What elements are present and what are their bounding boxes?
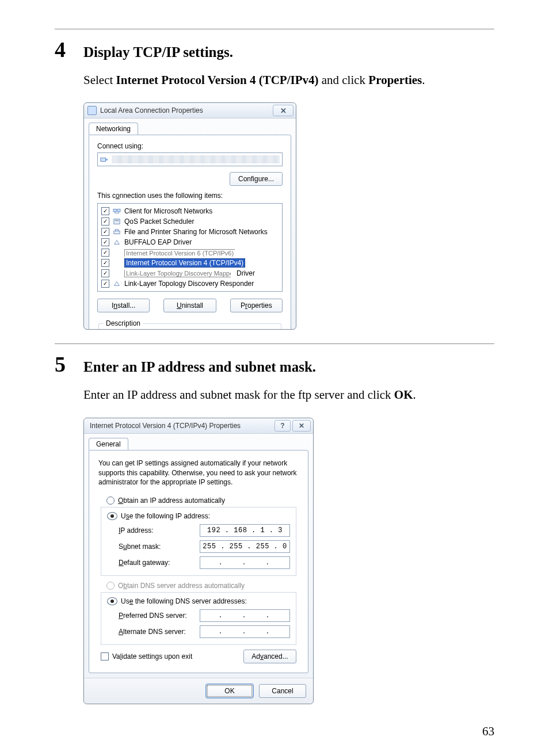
alt-dns-input[interactable]: . . . — [200, 625, 290, 638]
ip-dots: . . . — [219, 559, 272, 567]
driver-icon — [113, 280, 121, 287]
checkbox-icon[interactable]: ✓ — [101, 207, 109, 215]
uninstall-button[interactable]: Uninstall — [163, 299, 216, 312]
step-number: 4 — [55, 39, 83, 60]
text-bold: OK — [394, 388, 413, 402]
checkbox-icon[interactable]: ✓ — [101, 269, 109, 277]
svg-rect-6 — [114, 231, 120, 234]
window-icon — [87, 106, 97, 115]
button-label: Uninstall — [177, 301, 203, 310]
svg-rect-5 — [115, 220, 119, 222]
field-label: Default gateway: — [107, 559, 170, 567]
checkbox-icon[interactable]: ✓ — [101, 217, 109, 226]
document-page: 4 Display TCP/IP settings. Select Intern… — [0, 0, 549, 756]
list-item[interactable]: ✓ Client for Microsoft Networks — [101, 206, 279, 216]
item-label: QoS Packet Scheduler — [124, 217, 194, 226]
radio-use-dns[interactable]: Use the following DNS server addresses: — [107, 596, 290, 606]
ip-value: 192 . 168 . 1 . 3 — [207, 526, 283, 534]
close-icon: ✕ — [280, 106, 287, 115]
svg-rect-3 — [117, 209, 120, 212]
titlebar[interactable]: Local Area Connection Properties ✕ — [84, 103, 296, 119]
tab-general[interactable]: General — [89, 438, 128, 450]
list-item[interactable]: ✓ Internet Protocol Version 6 (TCP/IPv6) — [101, 247, 279, 258]
install-button[interactable]: Install... — [97, 299, 150, 312]
item-label-selected: Internet Protocol Version 4 (TCP/IPv4) — [124, 258, 245, 268]
field-label: Alternate DNS server: — [107, 628, 186, 636]
list-item[interactable]: ✓ File and Printer Sharing for Microsoft… — [101, 227, 279, 237]
button-label: Install... — [112, 301, 135, 310]
advanced-button[interactable]: Advanced... — [243, 650, 296, 663]
text-bold: Internet Protocol Version 4 (TCP/IPv4) — [116, 73, 319, 87]
checkbox-icon[interactable]: ✓ — [101, 249, 109, 257]
radio-icon — [106, 582, 115, 590]
list-item[interactable]: ✓ Link-Layer Topology Discovery Responde… — [101, 278, 279, 289]
ip-value: 255 . 255 . 255 . 0 — [203, 543, 287, 551]
radio-obtain-ip[interactable]: Obtain an IP address automatically — [98, 495, 299, 506]
radio-icon — [107, 597, 117, 605]
ip-address-row: IP address: 192 . 168 . 1 . 3 — [107, 524, 290, 537]
checkbox-label: Validate settings upon exit — [112, 652, 192, 660]
titlebar-buttons: ? ✕ — [274, 420, 311, 432]
radio-obtain-dns: Obtain DNS server address automatically — [98, 581, 299, 591]
properties-button[interactable]: Properties — [230, 299, 283, 312]
list-item[interactable]: ✓ QoS Packet Scheduler — [101, 216, 279, 227]
use-dns-group: Use the following DNS server addresses: … — [101, 592, 296, 645]
step-title: Display TCP/IP settings. — [83, 44, 233, 60]
gateway-input[interactable]: . . . — [200, 556, 290, 569]
field-label: Subnet mask: — [107, 543, 161, 551]
divider — [55, 343, 494, 344]
item-label: BUFFALO EAP Driver — [124, 238, 192, 246]
close-button[interactable]: ✕ — [292, 420, 311, 432]
step-5-header: 5 Enter an IP address and subnet mask. — [55, 352, 494, 375]
tcpipv4-properties-dialog: Internet Protocol Version 4 (TCP/IPv4) P… — [83, 418, 314, 704]
text: and click — [318, 73, 368, 87]
tab-networking[interactable]: Networking — [89, 123, 138, 135]
subnet-input[interactable]: 255 . 255 . 255 . 0 — [200, 540, 290, 553]
validate-checkbox[interactable]: Validate settings upon exit — [101, 652, 192, 660]
list-item[interactable]: ✓ Link-Layer Topology Discovery Mapper I… — [101, 268, 279, 278]
text-bold: Properties — [368, 73, 422, 87]
pref-dns-row: Preferred DNS server: . . . — [107, 609, 290, 623]
qos-icon — [113, 218, 121, 225]
item-label: Client for Microsoft Networks — [124, 207, 212, 215]
checkbox-icon[interactable]: ✓ — [101, 259, 109, 267]
button-label: OK — [224, 687, 234, 695]
checkbox-icon[interactable]: ✓ — [101, 228, 109, 236]
radio-label: Obtain DNS server address automatically — [118, 582, 245, 590]
subnet-row: Subnet mask: 255 . 255 . 255 . 0 — [107, 540, 290, 553]
help-button[interactable]: ? — [274, 420, 291, 432]
configure-button[interactable]: Configure... — [230, 172, 283, 186]
connection-items-list[interactable]: ✓ Client for Microsoft Networks ✓ QoS Pa… — [97, 203, 283, 292]
driver-icon — [113, 239, 121, 246]
protocol-icon — [113, 259, 121, 266]
tabstrip: General — [84, 434, 313, 450]
items-label: This connection uses the following items… — [97, 192, 283, 200]
ok-button[interactable]: OK — [206, 684, 253, 698]
protocol-icon — [113, 249, 121, 256]
close-icon: ✕ — [299, 422, 304, 430]
general-description: You can get IP settings assigned automat… — [98, 459, 299, 487]
page-number: 63 — [482, 724, 494, 739]
gateway-row: Default gateway: . . . — [107, 556, 290, 570]
cancel-button[interactable]: Cancel — [259, 684, 306, 698]
adapter-box[interactable] — [97, 152, 283, 166]
protocol-icon — [113, 270, 121, 277]
field-label: IP address: — [107, 526, 154, 534]
titlebar[interactable]: Internet Protocol Version 4 (TCP/IPv4) P… — [84, 418, 313, 434]
checkbox-icon[interactable]: ✓ — [101, 238, 109, 246]
close-button[interactable]: ✕ — [273, 105, 293, 116]
ip-address-input[interactable]: 192 . 168 . 1 . 3 — [200, 524, 290, 537]
checkbox-icon[interactable]: ✓ — [101, 280, 109, 288]
window-title: Local Area Connection Properties — [100, 106, 203, 114]
pref-dns-input[interactable]: . . . — [200, 609, 290, 622]
button-row: Install... Uninstall Properties — [97, 299, 283, 312]
radio-use-ip[interactable]: Use the following IP address: — [107, 511, 290, 521]
tab-label: Networking — [96, 125, 131, 133]
connect-using-label: Connect using: — [97, 142, 283, 150]
button-label: Properties — [241, 301, 272, 310]
step-number: 5 — [55, 353, 83, 375]
svg-rect-4 — [114, 219, 120, 224]
list-item-selected[interactable]: ✓ Internet Protocol Version 4 (TCP/IPv4) — [101, 258, 279, 268]
svg-rect-7 — [115, 230, 118, 231]
list-item[interactable]: ✓ BUFFALO EAP Driver — [101, 237, 279, 247]
